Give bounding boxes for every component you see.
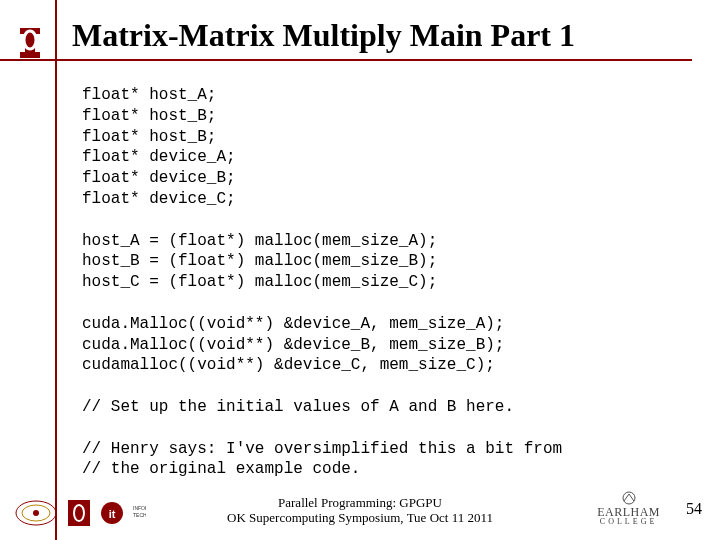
code-line: float* device_A; — [82, 148, 236, 166]
earlham-logo-icon: EARLHAM COLLEGE — [597, 491, 660, 526]
slide: Matrix-Matrix Multiply Main Part 1 float… — [0, 0, 720, 540]
code-line: cuda.Malloc((void**) &device_A, mem_size… — [82, 315, 504, 333]
code-line: float* device_C; — [82, 190, 236, 208]
code-line: cudamalloc((void**) &device_C, mem_size_… — [82, 356, 495, 374]
code-line: float* host_A; — [82, 86, 216, 104]
title-area: Matrix-Matrix Multiply Main Part 1 — [72, 18, 692, 61]
vertical-rule — [55, 0, 57, 540]
ou-logo-icon — [12, 22, 48, 58]
code-line: // Set up the initial values of A and B … — [82, 398, 514, 416]
page-number: 54 — [686, 500, 702, 518]
code-line: float* device_B; — [82, 169, 236, 187]
code-line: // Henry says: I've oversimplified this … — [82, 440, 562, 458]
code-line: cuda.Malloc((void**) &device_B, mem_size… — [82, 336, 504, 354]
earlham-label-bot: COLLEGE — [597, 518, 660, 526]
code-line: // the original example code. — [82, 460, 360, 478]
footer-logos-right: EARLHAM COLLEGE — [597, 491, 660, 526]
code-line: float* host_B; — [82, 128, 216, 146]
slide-title: Matrix-Matrix Multiply Main Part 1 — [72, 18, 692, 59]
code-line: float* host_B; — [82, 107, 216, 125]
code-line: host_C = (float*) malloc(mem_size_C); — [82, 273, 437, 291]
footer: it INFORMATION TECHNOLOGY Parallel Progr… — [0, 486, 720, 528]
code-line: host_B = (float*) malloc(mem_size_B); — [82, 252, 437, 270]
code-line: host_A = (float*) malloc(mem_size_A); — [82, 232, 437, 250]
code-block: float* host_A; float* host_B; float* hos… — [82, 85, 692, 480]
